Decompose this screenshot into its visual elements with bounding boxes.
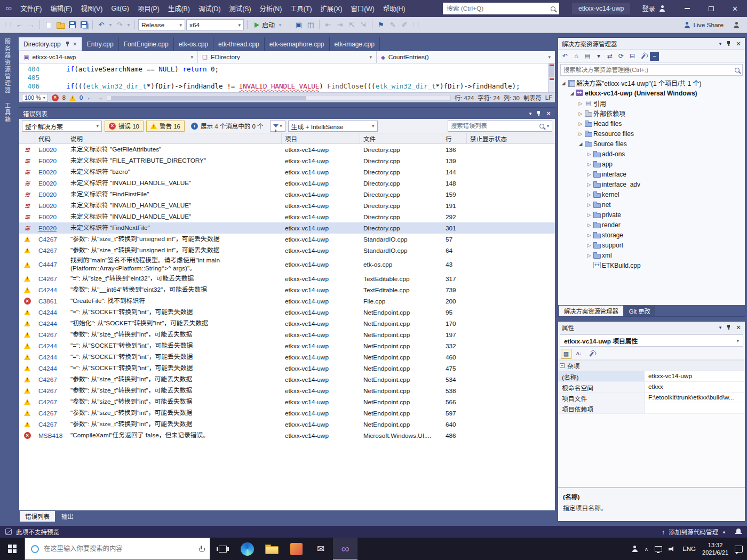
menu-item[interactable]: 分析(N)	[256, 0, 287, 17]
property-row[interactable]: 项目文件 F:\etoolkit\trunk\etkxx\build\w...	[558, 393, 745, 403]
editor-warnings-icon[interactable]	[69, 95, 76, 101]
menu-item[interactable]: 工具(T)	[286, 0, 316, 17]
error-row[interactable]: E0020 未定义标识符 "FindFirstFile" etkxx-vc14-…	[19, 189, 555, 200]
refresh-icon[interactable]: ⟳	[616, 51, 626, 61]
scope-dropdown[interactable]: 整个解决方案▾	[22, 121, 102, 132]
messages-filter-button[interactable]: 展示 4 个消息中的 0 个	[187, 121, 267, 132]
error-row[interactable]: MSB418 "CompileXaml"任务返回了 false，但未记录错误。 …	[19, 430, 555, 441]
error-row[interactable]: C4244 "=": 从"SOCKET"转换到"int"，可能丢失数据 etkx…	[19, 351, 555, 363]
close-panel-icon[interactable]: ✕	[546, 110, 551, 117]
error-row[interactable]: C4447 找到的"main"签名不带线程模型。请考虑使用"int main (…	[19, 256, 555, 273]
error-row[interactable]: C4267 "参数": 从"size_t"转换到"int"，可能丢失数据 etk…	[19, 385, 555, 396]
error-row[interactable]: E0020 未定义标识符 "INVALID_HANDLE_VALUE" etkx…	[19, 211, 555, 222]
menu-item[interactable]: 生成(B)	[164, 0, 194, 17]
language-indicator[interactable]: ENG	[682, 546, 696, 552]
error-code-link[interactable]: C4267	[35, 331, 67, 339]
error-code-link[interactable]: C4244	[35, 286, 67, 294]
errors-filter-button[interactable]: 错误 10	[105, 121, 144, 132]
tree-item[interactable]: Head files	[558, 118, 745, 129]
back-icon[interactable]: ↶	[560, 51, 570, 61]
expand-arrow-icon[interactable]	[585, 162, 593, 167]
tree-item[interactable]: interface_adv	[558, 179, 745, 189]
file-explorer-button[interactable]	[259, 538, 284, 560]
warnings-filter-button[interactable]: 警告 16	[146, 121, 185, 132]
navigate-forward-icon[interactable]: →	[26, 20, 36, 30]
sync-with-active-document-icon[interactable]: ⇄	[605, 51, 615, 61]
expand-arrow-icon[interactable]	[585, 212, 593, 218]
error-code-link[interactable]: E0020	[35, 157, 67, 165]
tree-item[interactable]: support	[558, 240, 745, 250]
people-icon[interactable]	[632, 546, 638, 552]
error-code-link[interactable]: C4267	[35, 246, 67, 255]
property-value[interactable]: etkxx	[645, 382, 745, 392]
error-code-link[interactable]: E0020	[35, 213, 67, 221]
indent-increase-icon[interactable]: ⇥	[335, 20, 345, 30]
window-position-icon[interactable]: ▾	[719, 325, 722, 330]
error-row[interactable]: C4244 "参数": 从"__int64"转换到"eint32"，可能丢失数据…	[19, 284, 555, 295]
edge-browser-button[interactable]	[235, 538, 259, 560]
column-project[interactable]: 项目	[282, 133, 360, 143]
tree-item[interactable]: ETKBuild.cpp	[558, 260, 745, 270]
navigate-back-icon[interactable]: ←	[14, 20, 25, 30]
error-row[interactable]: C3861 "CreateFile": 找不到标识符 etkxx-vc14-uw…	[19, 295, 555, 307]
menu-item[interactable]: 帮助(H)	[379, 0, 410, 17]
error-code-link[interactable]: C4244	[35, 364, 67, 373]
expand-arrow-icon[interactable]	[560, 81, 567, 86]
bottom-panel-tab[interactable]: 错误列表	[20, 511, 55, 522]
menu-item[interactable]: Git(G)	[107, 0, 133, 17]
expand-arrow-icon[interactable]	[568, 91, 576, 96]
error-code-link[interactable]: E0020	[35, 224, 67, 233]
expand-arrow-icon[interactable]	[577, 111, 584, 116]
feedback-icon[interactable]	[733, 22, 740, 28]
error-row[interactable]: C4244 "=": 从"SOCKET"转换到"int"，可能丢失数据 etkx…	[19, 363, 555, 374]
pin-icon[interactable]	[726, 41, 731, 46]
snapshot-icon[interactable]: ◫	[305, 20, 316, 30]
document-tab[interactable]: FontEngine.cpp ×	[119, 37, 174, 51]
expand-arrow-icon[interactable]	[577, 131, 584, 137]
preview-selected-items-button[interactable]: −	[650, 52, 659, 61]
toolbar-drag-handle[interactable]: ⋮⋮	[3, 22, 13, 28]
pin-tab-icon[interactable]	[65, 41, 70, 47]
menu-item[interactable]: 调试(D)	[194, 0, 225, 17]
solution-search-input[interactable]	[563, 67, 732, 73]
redo-icon[interactable]: ↷	[114, 20, 125, 30]
explorer-tab[interactable]: Git 更改	[624, 306, 655, 316]
alphabetical-sort-icon[interactable]: A↓	[574, 349, 584, 359]
code-area[interactable]: 404 if(activeSearchName == NULL) return …	[19, 63, 555, 92]
tree-item[interactable]: Source files	[558, 139, 745, 149]
error-code-link[interactable]: C4244	[35, 319, 67, 328]
open-file-icon[interactable]	[55, 20, 66, 30]
edit-icon[interactable]: ✎	[387, 20, 398, 30]
expand-arrow-icon[interactable]	[585, 233, 593, 238]
expand-arrow-icon[interactable]	[585, 192, 593, 197]
categorize-icon[interactable]: ▦	[561, 349, 571, 359]
minimize-button[interactable]	[675, 0, 699, 17]
error-row[interactable]: C4267 "参数": 从"size_t"转换到"int"，可能丢失数据 etk…	[19, 329, 555, 340]
error-code-link[interactable]: C4267	[35, 387, 67, 395]
expand-arrow-icon[interactable]	[585, 243, 593, 248]
tree-item[interactable]: 解决方案"etkxx-vc14-uwp"(1 个项目/共 1 个)	[558, 78, 745, 88]
member-dropdown[interactable]: ◆ CountEntries() ▾	[377, 51, 555, 63]
error-row[interactable]: C4244 "=": 从"SOCKET"转换到"int"，可能丢失数据 etkx…	[19, 340, 555, 351]
collapse-category-icon[interactable]	[560, 363, 565, 368]
switch-views-icon[interactable]: ▤	[583, 51, 592, 61]
sign-in-button[interactable]: 登录	[642, 4, 665, 13]
menu-item[interactable]: 编辑(E)	[46, 0, 76, 17]
tree-item[interactable]: net	[558, 199, 745, 210]
error-code-link[interactable]: C4244	[35, 353, 67, 362]
error-code-link[interactable]: C4267	[35, 275, 67, 283]
tree-item[interactable]: interface	[558, 169, 745, 179]
tree-item[interactable]: kernel	[558, 189, 745, 199]
save-all-icon[interactable]	[78, 20, 89, 30]
save-icon[interactable]	[67, 20, 77, 30]
search-options-icon[interactable]: ▾	[547, 124, 549, 129]
editor-errors-icon[interactable]	[52, 94, 59, 101]
column-line[interactable]: 行	[442, 133, 467, 143]
new-file-icon[interactable]	[43, 20, 54, 30]
tree-item[interactable]: storage	[558, 230, 745, 240]
pinned-app-button[interactable]	[284, 538, 308, 560]
close-tab-icon[interactable]: ×	[73, 41, 77, 48]
error-code-link[interactable]: C4267	[35, 375, 67, 384]
close-panel-icon[interactable]: ✕	[736, 40, 741, 47]
tree-item[interactable]: xml	[558, 250, 745, 260]
